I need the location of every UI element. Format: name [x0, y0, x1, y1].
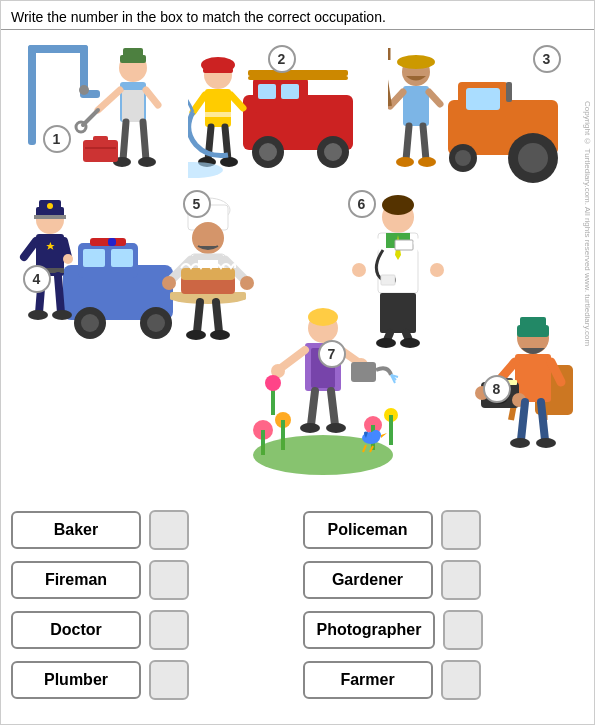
- svg-point-4: [79, 85, 89, 95]
- svg-point-158: [300, 423, 320, 433]
- svg-rect-24: [281, 84, 299, 99]
- figure-7: 7: [243, 290, 403, 475]
- number-7: 7: [318, 340, 346, 368]
- instruction-text: Write the number in the box to match the…: [1, 1, 594, 30]
- svg-line-36: [193, 95, 205, 112]
- svg-rect-81: [34, 215, 66, 219]
- svg-rect-7: [123, 48, 143, 58]
- number-8: 8: [483, 375, 511, 403]
- svg-line-86: [24, 241, 36, 257]
- svg-point-41: [220, 157, 238, 167]
- svg-rect-48: [466, 88, 500, 110]
- svg-point-143: [308, 308, 338, 326]
- plumber-input[interactable]: [149, 660, 189, 700]
- answer-row-doctor: Doctor: [11, 610, 293, 650]
- number-6: 6: [348, 190, 376, 218]
- farmer-label: Farmer: [303, 661, 433, 699]
- svg-line-120: [418, 243, 435, 267]
- svg-line-10: [98, 90, 120, 110]
- svg-rect-23: [258, 84, 276, 99]
- svg-point-155: [265, 375, 281, 391]
- answer-row-farmer: Farmer: [303, 660, 585, 700]
- svg-line-178: [541, 402, 545, 440]
- svg-line-108: [216, 302, 219, 332]
- svg-rect-71: [111, 249, 133, 267]
- figure-3: 3: [388, 40, 568, 185]
- fireman-label: Fireman: [11, 561, 141, 599]
- svg-line-58: [390, 92, 403, 106]
- answer-row-photographer: Photographer: [303, 610, 585, 650]
- svg-line-12: [123, 122, 126, 160]
- svg-point-110: [210, 330, 230, 340]
- doctor-input[interactable]: [149, 610, 189, 650]
- right-answer-column: Policeman Gardener Photographer Farmer: [303, 510, 585, 700]
- svg-point-159: [326, 423, 346, 433]
- doctor-label: Doctor: [11, 611, 141, 649]
- number-2: 2: [268, 45, 296, 73]
- svg-point-26: [259, 143, 277, 161]
- number-3: 3: [533, 45, 561, 73]
- svg-rect-117: [381, 275, 395, 285]
- figure-2: 2: [188, 40, 363, 185]
- number-5: 5: [183, 190, 211, 218]
- gardener-input[interactable]: [441, 560, 481, 600]
- svg-point-52: [455, 150, 471, 166]
- svg-point-63: [418, 157, 436, 167]
- svg-point-121: [352, 263, 366, 277]
- answer-row-gardener: Gardener: [303, 560, 585, 600]
- svg-point-138: [371, 430, 381, 440]
- number-4: 4: [23, 265, 51, 293]
- svg-rect-30: [248, 76, 348, 80]
- svg-line-60: [406, 126, 409, 160]
- svg-line-156: [311, 391, 315, 425]
- svg-point-180: [536, 438, 556, 448]
- left-answer-column: Baker Fireman Doctor Plumber: [11, 510, 293, 700]
- svg-rect-33: [203, 68, 233, 73]
- svg-line-146: [281, 350, 305, 368]
- svg-point-101: [162, 276, 176, 290]
- farmer-input[interactable]: [441, 660, 481, 700]
- svg-point-122: [430, 263, 444, 277]
- svg-rect-70: [83, 249, 105, 267]
- svg-rect-57: [403, 86, 429, 126]
- number-1: 1: [43, 125, 71, 153]
- fireman-input[interactable]: [149, 560, 189, 600]
- photographer-input[interactable]: [443, 610, 483, 650]
- svg-marker-139: [381, 433, 387, 438]
- baker-input[interactable]: [149, 510, 189, 550]
- svg-point-102: [240, 276, 254, 290]
- photographer-label: Photographer: [303, 611, 436, 649]
- svg-point-90: [28, 310, 48, 320]
- svg-point-82: [47, 203, 53, 209]
- svg-line-107: [197, 302, 200, 332]
- svg-point-92: [63, 254, 73, 264]
- svg-rect-56: [405, 59, 427, 68]
- plumber-label: Plumber: [11, 661, 141, 699]
- policeman-input[interactable]: [441, 510, 481, 550]
- watermark: Copyright © Turtlediary.com. All rights …: [583, 101, 592, 346]
- svg-point-109: [186, 330, 206, 340]
- svg-point-127: [400, 338, 420, 348]
- figure-1: 1: [23, 40, 178, 185]
- svg-rect-17: [93, 136, 108, 142]
- answer-row-fireman: Fireman: [11, 560, 293, 600]
- svg-point-50: [518, 143, 548, 173]
- figure-8: 8: [453, 300, 583, 475]
- svg-line-177: [521, 402, 525, 440]
- baker-label: Baker: [11, 511, 141, 549]
- svg-point-28: [324, 143, 342, 161]
- svg-rect-73: [108, 238, 116, 246]
- svg-rect-135: [389, 415, 393, 445]
- svg-point-91: [52, 310, 72, 320]
- svg-line-64: [388, 60, 390, 106]
- svg-point-75: [81, 314, 99, 332]
- answer-row-policeman: Policeman: [303, 510, 585, 550]
- svg-rect-35: [205, 112, 231, 117]
- svg-rect-162: [520, 317, 546, 329]
- svg-rect-53: [506, 82, 512, 102]
- gardener-label: Gardener: [303, 561, 433, 599]
- svg-line-13: [143, 122, 146, 160]
- svg-rect-0: [28, 45, 36, 145]
- answer-row-baker: Baker: [11, 510, 293, 550]
- policeman-label: Policeman: [303, 511, 433, 549]
